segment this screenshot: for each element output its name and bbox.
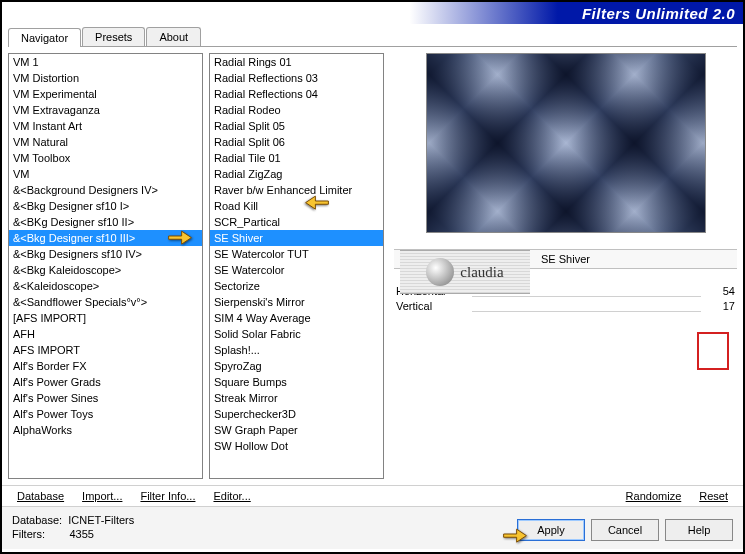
list-item[interactable]: Superchecker3D [210,406,383,422]
list-item[interactable]: SpyroZag [210,358,383,374]
list-item[interactable]: Radial Rodeo [210,102,383,118]
list-item[interactable]: &<Sandflower Specials°v°> [9,294,202,310]
editor-link[interactable]: Editor... [210,490,253,502]
database-link[interactable]: Database [14,490,67,502]
list-item[interactable]: VM [9,166,202,182]
list-item[interactable]: VM 1 [9,54,202,70]
param-slider-horizontal[interactable] [472,285,701,297]
current-filter-label: SE Shiver [394,249,737,269]
import-link[interactable]: Import... [79,490,125,502]
list-item[interactable]: Solid Solar Fabric [210,326,383,342]
highlight-box [697,332,729,370]
filter-info-link[interactable]: Filter Info... [137,490,198,502]
list-item[interactable]: Radial Tile 01 [210,150,383,166]
list-item[interactable]: VM Toolbox [9,150,202,166]
param-row-vertical: Vertical 17 [394,300,737,312]
dialog-buttons: Apply Cancel Help [517,519,733,541]
param-value: 17 [707,300,735,312]
list-item[interactable]: &<Bkg Designer sf10 III> [9,230,202,246]
list-item[interactable]: SW Graph Paper [210,422,383,438]
apply-button[interactable]: Apply [517,519,585,541]
list-item[interactable]: SW Hollow Dot [210,438,383,454]
list-item[interactable]: Radial ZigZag [210,166,383,182]
toolbar: Database Import... Filter Info... Editor… [2,485,743,506]
list-item[interactable]: AFH [9,326,202,342]
list-item[interactable]: VM Natural [9,134,202,150]
title-bar: Filters Unlimited 2.0 [2,2,743,24]
db-label: Database: [12,514,62,526]
list-item[interactable]: [AFS IMPORT] [9,310,202,326]
preview-image [426,53,706,233]
tab-presets[interactable]: Presets [82,27,145,46]
list-item[interactable]: Alf's Border FX [9,358,202,374]
list-item[interactable]: VM Instant Art [9,118,202,134]
tab-strip: Navigator Presets About [8,24,737,47]
reset-link[interactable]: Reset [696,490,731,502]
list-item[interactable]: Alf's Power Sines [9,390,202,406]
param-row-horizontal: Horizontal 54 [394,285,737,297]
param-slider-vertical[interactable] [472,300,701,312]
param-value: 54 [707,285,735,297]
app-title: Filters Unlimited 2.0 [582,5,735,22]
randomize-link[interactable]: Randomize [623,490,685,502]
list-item[interactable]: Radial Rings 01 [210,54,383,70]
list-item[interactable]: Sectorize [210,278,383,294]
list-item[interactable]: SCR_Partical [210,214,383,230]
list-item[interactable]: Alf's Power Toys [9,406,202,422]
list-item[interactable]: Square Bumps [210,374,383,390]
list-item[interactable]: Alf's Power Grads [9,374,202,390]
list-item[interactable]: &<Bkg Designer sf10 I> [9,198,202,214]
filter-listbox[interactable]: Radial Rings 01Radial Reflections 03Radi… [209,53,384,479]
category-listbox[interactable]: VM 1VM DistortionVM ExperimentalVM Extra… [8,53,203,479]
status-bar: Database: ICNET-Filters Filters: 4355 Ap… [2,506,743,549]
filters-label: Filters: [12,528,45,540]
list-item[interactable]: Streak Mirror [210,390,383,406]
list-item[interactable]: SE Watercolor TUT [210,246,383,262]
param-label: Horizontal [396,285,466,297]
list-item[interactable]: SIM 4 Way Average [210,310,383,326]
list-item[interactable]: Radial Reflections 04 [210,86,383,102]
list-item[interactable]: Radial Reflections 03 [210,70,383,86]
list-item[interactable]: &<Bkg Designers sf10 IV> [9,246,202,262]
help-button[interactable]: Help [665,519,733,541]
list-item[interactable]: Radial Split 05 [210,118,383,134]
list-item[interactable]: &<Kaleidoscope> [9,278,202,294]
tab-navigator[interactable]: Navigator [8,28,81,47]
tab-about[interactable]: About [146,27,201,46]
list-item[interactable]: VM Extravaganza [9,102,202,118]
status-text: Database: ICNET-Filters Filters: 4355 [12,513,134,541]
list-item[interactable]: Radial Split 06 [210,134,383,150]
list-item[interactable]: &<Background Designers IV> [9,182,202,198]
list-item[interactable]: AFS IMPORT [9,342,202,358]
param-label: Vertical [396,300,466,312]
list-item[interactable]: VM Distortion [9,70,202,86]
right-panel: SE Shiver Horizontal 54 Vertical 17 [390,53,737,479]
list-item[interactable]: &<Bkg Kaleidoscope> [9,262,202,278]
filters-value: 4355 [69,528,93,540]
list-item[interactable]: VM Experimental [9,86,202,102]
list-item[interactable]: Splash!... [210,342,383,358]
list-item[interactable]: &<BKg Designer sf10 II> [9,214,202,230]
db-value: ICNET-Filters [68,514,134,526]
list-item[interactable]: SE Watercolor [210,262,383,278]
list-item[interactable]: Sierpenski's Mirror [210,294,383,310]
main-area: VM 1VM DistortionVM ExperimentalVM Extra… [2,47,743,485]
list-item[interactable]: Raver b/w Enhanced Limiter [210,182,383,198]
list-item[interactable]: SE Shiver [210,230,383,246]
list-item[interactable]: AlphaWorks [9,422,202,438]
list-item[interactable]: Road Kill [210,198,383,214]
cancel-button[interactable]: Cancel [591,519,659,541]
